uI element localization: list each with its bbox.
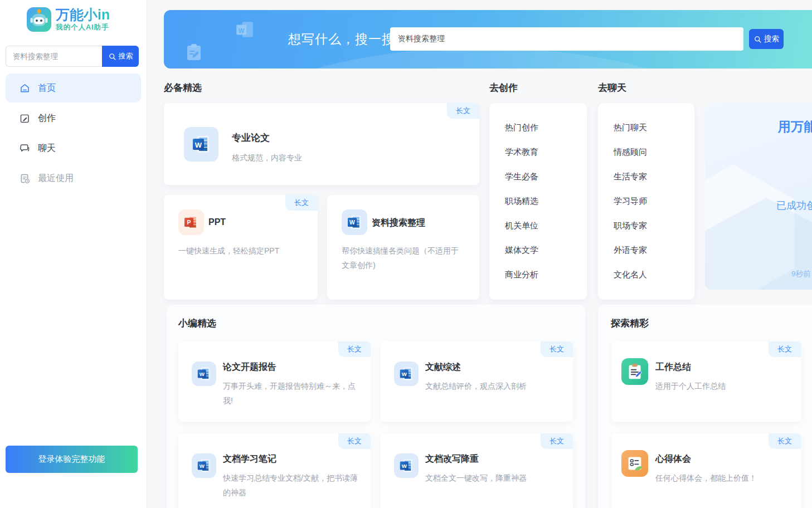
create-category[interactable]: 机关单位 bbox=[489, 221, 587, 231]
card-title: 资料搜索整理 bbox=[372, 217, 425, 229]
sidebar-item-home[interactable]: 首页 bbox=[6, 74, 141, 102]
card-ppt[interactable]: 长文 PPT 一键快速生成，轻松搞定PPT bbox=[164, 195, 318, 300]
create-category[interactable]: 学生必备 bbox=[489, 172, 587, 182]
card-title: 文档学习笔记 bbox=[223, 453, 276, 465]
sidebar-item-recent[interactable]: 最近使用 bbox=[6, 164, 141, 193]
card-title: 专业论文 bbox=[232, 131, 270, 144]
create-category[interactable]: 热门创作 bbox=[489, 123, 587, 133]
sidebar-item-label: 聊天 bbox=[38, 143, 56, 154]
card-desc: 适用于个人工作总结 bbox=[655, 379, 788, 394]
search-icon bbox=[108, 52, 116, 61]
chat-category[interactable]: 学习导师 bbox=[598, 196, 694, 207]
card-thesis-proposal[interactable]: 长文 论文开题报告 万事开头难，开题报告特别难～来，点我! bbox=[178, 341, 371, 422]
banner-search-input[interactable] bbox=[390, 27, 743, 51]
promo-carousel-card[interactable]: 用万能 已成功创 9秒前 bbox=[705, 103, 812, 290]
card-desc: 文档全文一键改写，降重神器 bbox=[425, 471, 560, 486]
card-title: 工作总结 bbox=[655, 362, 691, 373]
sidebar-menu: 首页 创作 聊天 最近使用 bbox=[6, 74, 141, 193]
card-desc: 格式规范，内容专业 bbox=[232, 151, 302, 165]
card-title: 文献综述 bbox=[425, 362, 461, 373]
promo-status: 已成功创 bbox=[776, 199, 812, 212]
create-category[interactable]: 商业分析 bbox=[489, 270, 587, 280]
create-category[interactable]: 媒体文学 bbox=[489, 245, 587, 256]
long-text-badge: 长文 bbox=[338, 433, 371, 449]
search-banner: 想写什么，搜一搜 搜索 bbox=[164, 10, 812, 69]
ppt-icon bbox=[178, 209, 204, 235]
card-desc: 任何心得体会，都能上价值！ bbox=[655, 471, 788, 486]
card-desc: 文献总结评价，观点深入剖析 bbox=[425, 379, 560, 394]
card-study-notes[interactable]: 长文 文档学习笔记 快速学习总结专业文档/文献，把书读薄的神器 bbox=[178, 433, 371, 508]
long-text-badge: 长文 bbox=[338, 341, 371, 357]
app-subtitle: 我的个人AI助手 bbox=[56, 23, 110, 32]
sidebar-item-chat[interactable]: 聊天 bbox=[6, 134, 141, 163]
promo-title: 用万能 bbox=[778, 118, 812, 135]
chat-category[interactable]: 外语专家 bbox=[598, 245, 694, 256]
card-title: 文档改写降重 bbox=[425, 453, 479, 465]
card-rewrite-dedup[interactable]: 长文 文档改写降重 文档全文一键改写，降重神器 bbox=[381, 433, 573, 508]
app-root: 万能小in 我的个人AI助手 搜索 首页 创作 聊天 bbox=[0, 0, 812, 508]
word-icon bbox=[192, 453, 216, 478]
work-summary-clipboard-icon bbox=[621, 358, 648, 385]
word-decoration-icon bbox=[234, 19, 255, 41]
chat-category[interactable]: 热门聊天 bbox=[598, 123, 694, 133]
chat-category-panel: 热门聊天 情感顾问 生活专家 学习导师 职场专家 外语专家 文化名人 bbox=[598, 103, 694, 300]
word-icon bbox=[342, 209, 367, 235]
recent-clock-icon bbox=[19, 173, 31, 184]
chat-category[interactable]: 职场专家 bbox=[598, 221, 694, 231]
app-logo[interactable]: 万能小in 我的个人AI助手 bbox=[0, 0, 147, 32]
long-text-badge: 长文 bbox=[447, 103, 479, 119]
home-icon bbox=[19, 82, 31, 94]
card-title: PPT bbox=[208, 217, 226, 227]
banner-search-button[interactable]: 搜索 bbox=[749, 29, 784, 49]
long-text-badge: 长文 bbox=[769, 341, 801, 357]
card-desc: 万事开头难，开题报告特别难～来，点我! bbox=[223, 379, 358, 408]
sidebar-item-label: 创作 bbox=[38, 113, 56, 124]
sidebar-item-create[interactable]: 创作 bbox=[6, 104, 141, 133]
chat-title: 去聊天 bbox=[598, 81, 626, 94]
create-category[interactable]: 学术教育 bbox=[489, 147, 587, 158]
word-icon bbox=[192, 362, 216, 386]
long-text-badge: 长文 bbox=[541, 341, 573, 357]
card-literature-review[interactable]: 长文 文献综述 文献总结评价，观点深入剖析 bbox=[381, 341, 573, 422]
edit-icon bbox=[19, 113, 31, 124]
search-icon bbox=[753, 35, 762, 43]
card-title: 心得体会 bbox=[655, 453, 691, 465]
card-reflections[interactable]: 长文 心得体会 任何心得体会，都能上价值！ bbox=[611, 433, 801, 508]
essentials-title: 必备精选 bbox=[164, 81, 202, 94]
chat-category[interactable]: 情感顾问 bbox=[598, 147, 694, 158]
long-text-badge: 长文 bbox=[769, 433, 801, 449]
sidebar-search: 搜索 bbox=[6, 46, 139, 67]
card-desc: 快速学习总结专业文档/文献，把书读薄的神器 bbox=[223, 471, 358, 500]
word-icon bbox=[394, 362, 419, 386]
create-category-panel: 热门创作 学术教育 学生必备 职场精选 机关单位 媒体文学 商业分析 bbox=[489, 103, 587, 300]
sidebar: 万能小in 我的个人AI助手 搜索 首页 创作 聊天 bbox=[0, 0, 147, 508]
sidebar-search-input[interactable] bbox=[6, 46, 102, 67]
chat-category[interactable]: 文化名人 bbox=[598, 270, 694, 280]
editors-picks-title: 小编精选 bbox=[178, 317, 216, 330]
card-info-search[interactable]: 资料搜索整理 帮你快速搞懂各类问题（不适用于文章创作) bbox=[327, 195, 479, 300]
banner-prompt: 想写什么，搜一搜 bbox=[288, 10, 395, 69]
card-desc: 一键快速生成，轻松搞定PPT bbox=[178, 244, 307, 258]
sidebar-item-label: 首页 bbox=[38, 82, 56, 94]
promo-timestamp: 9秒前 bbox=[791, 269, 811, 279]
sidebar-item-label: 最近使用 bbox=[38, 173, 74, 184]
app-title: 万能小in bbox=[56, 7, 110, 22]
card-title: 论文开题报告 bbox=[223, 362, 276, 373]
card-professional-paper[interactable]: 长文 专业论文 格式规范，内容专业 bbox=[164, 103, 479, 185]
reflections-scroll-icon bbox=[621, 450, 648, 477]
clipboard-decoration-icon bbox=[184, 42, 204, 62]
card-work-summary[interactable]: 长文 工作总结 适用于个人工作总结 bbox=[611, 341, 801, 422]
chat-icon bbox=[19, 143, 31, 154]
create-title: 去创作 bbox=[489, 81, 518, 94]
explore-title: 探索精彩 bbox=[611, 317, 649, 330]
login-button[interactable]: 登录体验完整功能 bbox=[6, 446, 138, 473]
chat-category[interactable]: 生活专家 bbox=[598, 172, 694, 182]
long-text-badge: 长文 bbox=[541, 433, 573, 449]
word-icon bbox=[184, 127, 218, 162]
long-text-badge: 长文 bbox=[285, 195, 318, 211]
sidebar-search-button[interactable]: 搜索 bbox=[102, 46, 139, 67]
word-icon bbox=[394, 453, 419, 478]
editors-picks-panel: 小编精选 长文 论文开题报告 万事开头难，开题报告特别难～来，点我! 长文 文献… bbox=[167, 305, 585, 508]
robot-logo-icon bbox=[27, 7, 51, 32]
create-category[interactable]: 职场精选 bbox=[489, 196, 587, 207]
